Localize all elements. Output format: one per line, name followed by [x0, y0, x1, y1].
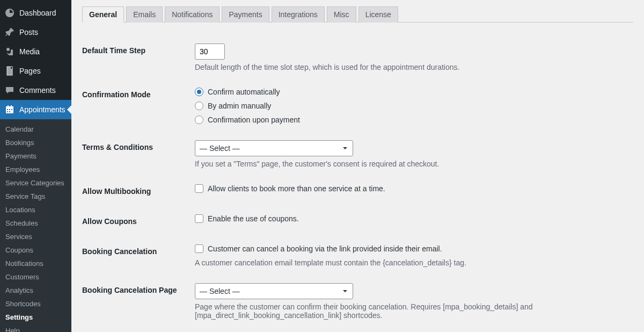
svg-rect-7	[11, 109, 12, 110]
tab-notifications[interactable]: Notifications	[165, 6, 219, 23]
sub-service-tags[interactable]: Service Tags	[0, 190, 71, 203]
svg-rect-6	[9, 109, 10, 110]
svg-rect-5	[7, 109, 8, 110]
label-cancel-page: Booking Cancelation Page	[82, 275, 189, 328]
nav-dashboard[interactable]: Dashboard	[0, 3, 71, 23]
tab-integrations[interactable]: Integrations	[272, 6, 325, 23]
radio-label: By admin manually	[208, 102, 271, 110]
multibooking-checkbox[interactable]	[195, 184, 203, 193]
terms-desc: If you set a "Terms" page, the customer'…	[195, 160, 628, 168]
coupons-option[interactable]: Enable the use of coupons.	[195, 214, 628, 223]
nav-label: Comments	[19, 86, 56, 95]
cancelation-desc: A customer cancelation email template mu…	[195, 258, 628, 267]
nav-posts[interactable]: Posts	[0, 23, 71, 42]
cancelation-checkbox[interactable]	[195, 244, 203, 253]
sub-help[interactable]: Help	[0, 324, 71, 332]
sub-payments[interactable]: Payments	[0, 149, 71, 163]
tab-general[interactable]: General	[82, 6, 124, 23]
time-step-input[interactable]	[195, 44, 225, 60]
time-step-desc: Default length of the time slot step, wh…	[195, 63, 628, 71]
sub-calendar[interactable]: Calendar	[0, 122, 71, 136]
tab-misc[interactable]: Misc	[327, 6, 356, 23]
pin-icon	[4, 27, 15, 38]
nav-pages[interactable]: Pages	[0, 61, 71, 81]
calendar-icon	[4, 104, 15, 115]
check-label: Allow clients to book more than one serv…	[208, 184, 385, 193]
sub-notifications[interactable]: Notifications	[0, 257, 71, 270]
nav-media[interactable]: Media	[0, 42, 71, 61]
pages-icon	[4, 66, 15, 76]
cancel-page-desc: Page where the customer can confirm thei…	[195, 302, 628, 320]
confirm-auto[interactable]: Confirm automatically	[195, 88, 628, 96]
label-cancelation: Booking Cancelation	[82, 236, 189, 275]
nav-appointments[interactable]: Appointments	[0, 100, 71, 119]
radio-label: Confirmation upon payment	[208, 116, 300, 124]
settings-panel: General Emails Notifications Payments In…	[71, 0, 644, 332]
confirm-payment-radio[interactable]	[195, 116, 203, 124]
sub-coupons[interactable]: Coupons	[0, 243, 71, 257]
radio-label: Confirm automatically	[208, 88, 280, 96]
confirm-auto-radio[interactable]	[195, 88, 203, 96]
nav-label: Posts	[19, 28, 38, 37]
label-time-step: Default Time Step	[82, 35, 189, 80]
confirm-admin-radio[interactable]	[195, 102, 203, 110]
sub-analytics[interactable]: Analytics	[0, 284, 71, 297]
check-label: Customer can cancel a booking via the li…	[208, 244, 442, 253]
label-coupons: Allow Coupons	[82, 206, 189, 236]
svg-rect-8	[7, 111, 8, 112]
multibooking-option[interactable]: Allow clients to book more than one serv…	[195, 184, 628, 193]
tab-emails[interactable]: Emails	[126, 6, 163, 23]
confirm-payment[interactable]: Confirmation upon payment	[195, 116, 628, 124]
tab-license[interactable]: License	[358, 6, 398, 23]
terms-select[interactable]: — Select —	[195, 140, 353, 156]
sub-bookings[interactable]: Bookings	[0, 136, 71, 149]
comments-icon	[4, 85, 15, 96]
coupons-checkbox[interactable]	[195, 214, 203, 223]
admin-sidebar: Dashboard Posts Media Pages	[0, 0, 71, 332]
media-icon	[4, 46, 15, 57]
tabs-nav: General Emails Notifications Payments In…	[82, 6, 633, 23]
label-multibooking: Allow Multibooking	[82, 176, 189, 206]
dashboard-icon	[4, 8, 15, 18]
sub-settings[interactable]: Settings	[0, 311, 71, 324]
sub-service-categories[interactable]: Service Categories	[0, 176, 71, 190]
sub-shortcodes[interactable]: Shortcodes	[0, 297, 71, 311]
sub-locations[interactable]: Locations	[0, 203, 71, 216]
sub-employees[interactable]: Employees	[0, 163, 71, 176]
submenu: Calendar Bookings Payments Employees Ser…	[0, 119, 71, 332]
sub-schedules[interactable]: Schedules	[0, 216, 71, 230]
cancelation-option[interactable]: Customer can cancel a booking via the li…	[195, 244, 628, 253]
confirm-admin[interactable]: By admin manually	[195, 102, 628, 110]
label-confirmation: Confirmation Mode	[82, 80, 189, 132]
nav-label: Media	[19, 47, 40, 56]
tab-payments[interactable]: Payments	[222, 6, 269, 23]
nav-label: Pages	[19, 67, 41, 75]
svg-rect-2	[6, 106, 13, 108]
check-label: Enable the use of coupons.	[208, 214, 299, 223]
nav-label: Dashboard	[19, 9, 56, 17]
label-canceled-page: Booking Canceled Page	[82, 328, 189, 332]
sub-services[interactable]: Services	[0, 230, 71, 243]
cancel-page-select[interactable]: — Select —	[195, 283, 353, 299]
nav-label: Appointments	[19, 105, 65, 114]
sub-customers[interactable]: Customers	[0, 270, 71, 284]
nav-comments[interactable]: Comments	[0, 81, 71, 100]
label-terms: Terms & Conditions	[82, 132, 189, 176]
svg-rect-3	[8, 105, 9, 107]
svg-rect-4	[11, 105, 12, 107]
svg-rect-9	[9, 111, 10, 112]
